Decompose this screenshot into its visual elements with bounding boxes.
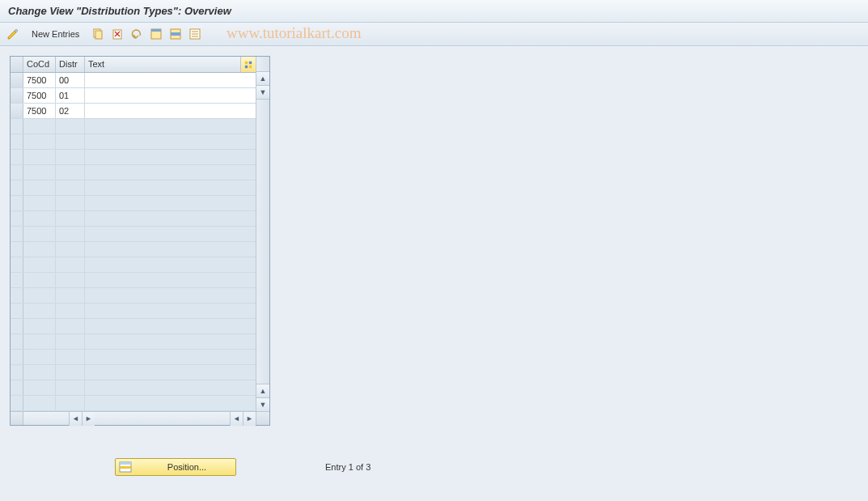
cell-cocd[interactable] — [23, 334, 56, 349]
cell-text[interactable] — [85, 242, 256, 257]
scroll-left-icon[interactable]: ◄ — [69, 412, 82, 426]
row-selector[interactable] — [11, 196, 23, 210]
cell-cocd[interactable]: 7500 — [23, 88, 56, 103]
table-row[interactable] — [11, 350, 256, 365]
scroll-right-icon[interactable]: ► — [243, 412, 256, 426]
cell-distr[interactable] — [56, 288, 85, 303]
table-row[interactable] — [11, 319, 256, 334]
table-row[interactable] — [11, 273, 256, 288]
cell-distr[interactable] — [56, 180, 85, 195]
cell-distr[interactable] — [56, 257, 85, 272]
table-row[interactable] — [11, 150, 256, 165]
cell-distr[interactable] — [56, 319, 85, 333]
row-selector[interactable] — [11, 73, 23, 87]
table-row[interactable] — [11, 119, 256, 134]
row-selector[interactable] — [11, 150, 23, 164]
table-row[interactable] — [11, 304, 256, 319]
select-block-icon[interactable] — [167, 26, 184, 42]
scroll-track[interactable] — [256, 100, 269, 384]
cell-text[interactable] — [85, 180, 256, 195]
cell-text[interactable] — [85, 88, 256, 103]
cell-distr[interactable] — [56, 150, 85, 164]
cell-distr[interactable] — [56, 242, 85, 257]
cell-text[interactable] — [85, 396, 256, 410]
cell-cocd[interactable] — [23, 396, 56, 410]
cell-distr[interactable] — [56, 380, 85, 395]
cell-distr[interactable] — [56, 119, 85, 134]
cell-cocd[interactable]: 7500 — [23, 104, 56, 118]
cell-distr[interactable] — [56, 211, 85, 226]
column-header-text[interactable]: Text — [85, 57, 241, 72]
table-row[interactable]: 750000 — [11, 73, 256, 88]
cell-cocd[interactable] — [23, 150, 56, 164]
scroll-right-icon[interactable]: ► — [82, 412, 95, 426]
column-header-distr[interactable]: Distr — [56, 57, 85, 72]
scroll-up-icon[interactable]: ▲ — [256, 72, 269, 86]
cell-distr[interactable]: 00 — [56, 73, 85, 87]
row-selector[interactable] — [11, 242, 23, 257]
cell-cocd[interactable] — [23, 227, 56, 241]
cell-distr[interactable] — [56, 350, 85, 364]
cell-distr[interactable] — [56, 273, 85, 287]
row-selector[interactable] — [11, 288, 23, 303]
cell-cocd[interactable] — [23, 257, 56, 272]
row-selector[interactable] — [11, 396, 23, 410]
table-row[interactable] — [11, 134, 256, 150]
cell-cocd[interactable] — [23, 165, 56, 180]
table-row[interactable] — [11, 242, 256, 257]
row-selector[interactable] — [11, 365, 23, 380]
cell-distr[interactable] — [56, 365, 85, 380]
scroll-down-icon[interactable]: ▼ — [256, 397, 269, 411]
table-row[interactable]: 750002 — [11, 104, 256, 119]
row-selector[interactable] — [11, 334, 23, 349]
cell-cocd[interactable] — [23, 196, 56, 210]
undo-change-icon[interactable] — [129, 26, 145, 42]
cell-distr[interactable] — [56, 165, 85, 180]
row-selector[interactable] — [11, 165, 23, 180]
row-selector[interactable] — [11, 227, 23, 241]
cell-cocd[interactable] — [23, 380, 56, 395]
cell-distr[interactable] — [56, 304, 85, 318]
row-selector[interactable] — [11, 180, 23, 195]
cell-text[interactable] — [85, 227, 256, 241]
horizontal-scrollbar[interactable]: ◄ ► ◄ ► — [11, 411, 269, 425]
cell-text[interactable] — [85, 134, 256, 149]
cell-cocd[interactable] — [23, 119, 56, 134]
cell-text[interactable] — [85, 119, 256, 134]
row-selector[interactable] — [11, 319, 23, 333]
cell-text[interactable] — [85, 150, 256, 164]
cell-text[interactable] — [85, 257, 256, 272]
cell-text[interactable] — [85, 304, 256, 318]
row-selector[interactable] — [11, 119, 23, 134]
cell-distr[interactable]: 01 — [56, 88, 85, 103]
cell-text[interactable] — [85, 365, 256, 380]
row-selector[interactable] — [11, 257, 23, 272]
cell-text[interactable] — [85, 319, 256, 333]
cell-distr[interactable] — [56, 227, 85, 241]
table-row[interactable] — [11, 380, 256, 396]
cell-text[interactable] — [85, 196, 256, 210]
table-row[interactable] — [11, 334, 256, 350]
cell-text[interactable] — [85, 273, 256, 287]
cell-cocd[interactable] — [23, 350, 56, 364]
vertical-scrollbar[interactable]: ▲▼▲▼ — [256, 57, 269, 411]
cell-cocd[interactable] — [23, 242, 56, 257]
cell-cocd[interactable] — [23, 288, 56, 303]
cell-cocd[interactable] — [23, 273, 56, 287]
scroll-left-icon[interactable]: ◄ — [230, 412, 243, 426]
table-row[interactable] — [11, 165, 256, 180]
cell-text[interactable] — [85, 288, 256, 303]
cell-cocd[interactable] — [23, 365, 56, 380]
delete-icon[interactable] — [109, 26, 125, 42]
new-entries-button[interactable]: New Entries — [24, 26, 87, 42]
scroll-up-icon[interactable]: ▲ — [256, 384, 269, 397]
cell-text[interactable] — [85, 165, 256, 180]
cell-text[interactable] — [85, 334, 256, 349]
cell-text[interactable] — [85, 73, 256, 87]
cell-cocd[interactable] — [23, 304, 56, 318]
toggle-change-icon[interactable] — [5, 26, 21, 42]
cell-distr[interactable] — [56, 334, 85, 349]
cell-cocd[interactable]: 7500 — [23, 73, 56, 87]
table-row[interactable] — [11, 196, 256, 211]
cell-cocd[interactable] — [23, 180, 56, 195]
